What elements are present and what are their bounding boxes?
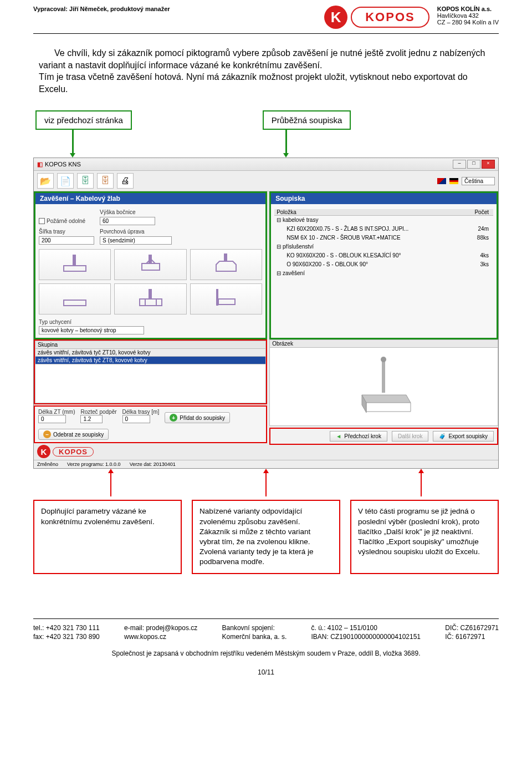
obrazek-image bbox=[270, 348, 498, 425]
app-window: ◧ KOPOS KNS – □ × 📂 📄 🗄 🗄 🖨 Čeština Zavě… bbox=[33, 158, 499, 469]
picto-1[interactable] bbox=[39, 249, 111, 280]
toolbar: 📂 📄 🗄 🗄 🖨 Čeština bbox=[34, 171, 498, 191]
green-arrows bbox=[33, 130, 499, 158]
minimize-button[interactable]: – bbox=[453, 160, 466, 169]
picto-4[interactable] bbox=[39, 283, 111, 315]
svg-rect-10 bbox=[382, 359, 385, 393]
logo-circle-small-icon: K bbox=[37, 445, 50, 458]
picto-3[interactable] bbox=[190, 249, 262, 280]
svg-point-11 bbox=[381, 357, 386, 362]
list-item[interactable]: NSM 6X 10 - ZNCR - ŠROUB VRAT.+MATICE88k… bbox=[274, 234, 493, 242]
left-panel: Zavěšení – Kabelový žlab Výška bočnice P… bbox=[34, 191, 267, 339]
callout-soupiska: Průběžná soupiska bbox=[263, 110, 351, 130]
footer-id: DIČ: CZ61672971 IČ: 61672971 bbox=[445, 623, 499, 642]
footer-acct: č. ú.: 4102 – 151/0100 IBAN: CZ190100000… bbox=[311, 623, 421, 642]
header-rule bbox=[33, 33, 499, 34]
skupina-row-1[interactable]: závěs vnitřní, závitová tyč ZT10, kovové… bbox=[35, 349, 266, 357]
callout-variants: Nabízené varianty odpovídající zvolenému… bbox=[192, 500, 340, 574]
callout-params: Doplňující parametry vázané ke konkrétní… bbox=[33, 500, 182, 574]
label-typ-uchyceni: Typ uchycení bbox=[39, 319, 262, 325]
print-icon[interactable]: 🖨 bbox=[117, 173, 134, 189]
list-item[interactable]: KO 90X60X200 - S - OBLOUK KLESAJÍCÍ 90°4… bbox=[274, 251, 493, 260]
pictogram-grid bbox=[39, 249, 262, 315]
list-item[interactable]: ⊟ zavěšení bbox=[274, 269, 493, 278]
obrazek-header: Obrázek bbox=[270, 340, 498, 348]
red-callouts-row: Doplňující parametry vázané ke konkrétní… bbox=[33, 500, 499, 574]
skupina-row-2-selected[interactable]: závěs vnitřní, závitová tyč ZT8, kovové … bbox=[35, 357, 266, 364]
footer-phone: tel.: +420 321 730 111 fax: +420 321 730… bbox=[33, 623, 100, 642]
svg-rect-0 bbox=[73, 255, 76, 266]
svg-rect-4 bbox=[64, 300, 86, 306]
app-title: KOPOS KNS bbox=[45, 161, 81, 168]
db-icon-1[interactable]: 🗄 bbox=[77, 173, 94, 189]
app-icon: ◧ bbox=[37, 161, 43, 168]
flag-de-icon[interactable] bbox=[449, 178, 458, 184]
plus-icon: + bbox=[170, 414, 177, 422]
height-input[interactable]: 60 bbox=[100, 217, 155, 225]
svg-rect-1 bbox=[64, 266, 86, 271]
picto-2[interactable] bbox=[114, 249, 186, 280]
col-pocet: Počet bbox=[466, 209, 493, 215]
surface-input[interactable]: S (sendzimir) bbox=[100, 236, 172, 245]
label-width: Šířka trasy bbox=[39, 229, 94, 235]
kopos-logo: K KOPOS bbox=[324, 6, 429, 29]
picto-5[interactable] bbox=[114, 283, 186, 315]
titlebar: ◧ KOPOS KNS – □ × bbox=[34, 158, 498, 171]
open-icon[interactable]: 📂 bbox=[37, 173, 54, 189]
picto-6[interactable] bbox=[190, 283, 262, 315]
db-icon-2[interactable]: 🗄 bbox=[97, 173, 114, 189]
minus-icon: – bbox=[43, 430, 51, 438]
company-addr2: CZ – 280 94 Kolín a IV bbox=[437, 19, 499, 26]
maximize-button[interactable]: □ bbox=[467, 160, 480, 169]
delka-zt-input[interactable]: 0 bbox=[38, 415, 66, 423]
list-item[interactable]: ⊟ příslušenství bbox=[274, 242, 493, 251]
label-height: Výška bočnice bbox=[100, 209, 135, 215]
page-number: 10/11 bbox=[33, 668, 499, 676]
arrow-left-icon: ◄ bbox=[336, 433, 341, 439]
remove-from-list-button[interactable]: – Odebrat ze soupisky bbox=[38, 429, 109, 440]
new-icon[interactable]: 📄 bbox=[57, 173, 74, 189]
svg-rect-9 bbox=[218, 299, 235, 305]
right-panel: Soupiska Položka Počet ⊟ kabelové trasyK… bbox=[269, 191, 498, 339]
status-bar: Změněno Verze programu: 1.0.0.0 Verze da… bbox=[34, 460, 498, 468]
skupina-header: Skupina bbox=[35, 341, 266, 349]
footer-rule bbox=[33, 618, 499, 619]
typ-uchyceni-input[interactable]: kovové kotvy – betonový strop bbox=[39, 326, 144, 334]
logo-word-small: KOPOS bbox=[53, 447, 94, 456]
logo-word: KOPOS bbox=[351, 7, 429, 28]
close-button[interactable]: × bbox=[482, 160, 495, 169]
add-to-list-button[interactable]: + Přidat do soupisky bbox=[165, 412, 230, 423]
roztec-input[interactable]: 1.2 bbox=[80, 415, 103, 423]
company-addr1: Havlíčkova 432 bbox=[437, 12, 499, 19]
next-step-button-disabled: Další krok bbox=[392, 431, 428, 442]
svg-rect-5 bbox=[149, 289, 152, 299]
kopos-small-logo: K KOPOS bbox=[34, 443, 267, 460]
obrazek-panel: Obrázek bbox=[269, 339, 498, 426]
nav-buttons-bar: ◄ Předchozí krok Další krok 🧳 Export sou… bbox=[269, 428, 498, 445]
company-name: KOPOS KOLÍN a.s. bbox=[437, 6, 499, 12]
export-button[interactable]: 🧳 Export soupisky bbox=[433, 431, 494, 442]
page-footer: tel.: +420 321 730 111 fax: +420 321 730… bbox=[33, 618, 499, 677]
list-item[interactable]: ⊟ kabelové trasy bbox=[274, 216, 493, 225]
left-panel-header: Zavěšení – Kabelový žlab bbox=[35, 193, 265, 204]
svg-rect-3 bbox=[224, 253, 227, 261]
green-callouts-row: viz předchozí stránka Průběžná soupiska bbox=[35, 110, 499, 130]
list-item[interactable]: O 90X60X200 - S - OBLOUK 90°3ks bbox=[274, 260, 493, 269]
width-input[interactable]: 200 bbox=[39, 236, 94, 245]
label-roztec: Rozteč podpěr bbox=[80, 409, 116, 415]
status-changed: Změněno bbox=[37, 461, 58, 467]
page-header: Vypracoval: Jiří Němeček, produktový man… bbox=[33, 6, 499, 31]
flag-uk-icon[interactable] bbox=[437, 178, 446, 184]
params-bar: Délka ZT (mm) 0 Rozteč podpěr 1.2 Délka … bbox=[34, 405, 267, 443]
delka-trasy-input[interactable]: 0 bbox=[122, 415, 150, 423]
label-delka-trasy: Délka trasy [m] bbox=[122, 409, 160, 415]
company-address: KOPOS KOLÍN a.s. Havlíčkova 432 CZ – 280… bbox=[437, 6, 499, 26]
footer-bank: Bankovní spojení: Komerční banka, a. s. bbox=[222, 623, 287, 642]
logo-circle-icon: K bbox=[324, 6, 347, 29]
fire-checkbox[interactable]: Požárně odolné bbox=[39, 218, 94, 224]
language-dropdown[interactable]: Čeština bbox=[462, 177, 495, 185]
footer-registration: Společnost je zapsaná v obchodním rejstř… bbox=[33, 650, 499, 657]
label-delka-zt: Délka ZT (mm) bbox=[38, 409, 75, 415]
list-item[interactable]: KZI 60X200X0.75 - S - ŽLAB S INT.SPOJ. J… bbox=[274, 225, 493, 234]
prev-step-button[interactable]: ◄ Předchozí krok bbox=[330, 431, 387, 442]
